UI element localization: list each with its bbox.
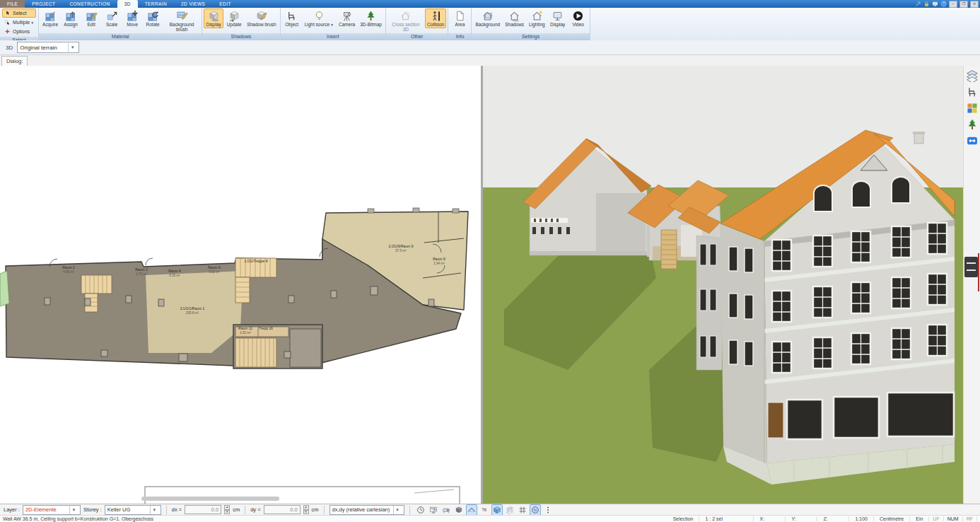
button-label: Background [475, 22, 500, 27]
dx-stepper[interactable]: ▲▼ [224, 505, 230, 514]
shadow-brush-button[interactable]: Shadow brush [245, 8, 279, 28]
dx-label: dx = [172, 506, 182, 513]
bgbrush-icon [176, 10, 188, 22]
toggle-num[interactable]: NUM [944, 516, 963, 521]
button-label: Scale [106, 22, 117, 27]
tree-icon[interactable] [966, 118, 979, 131]
ribbon-tab-file[interactable]: FILE [0, 0, 25, 8]
materials-icon[interactable] [966, 102, 979, 115]
ribbon-tab-terrain[interactable]: TERRAIN [138, 0, 174, 8]
edit-button[interactable]: Edit [81, 8, 101, 28]
edit-status-bar: Layer : 2D-Elemente ▼ Storey : Keller UG… [0, 504, 980, 515]
ribbon-group-select: SelectMultiple▼OptionsSelect [0, 8, 39, 40]
ribbon-group-label: Other [386, 33, 448, 40]
button-label: Camera [339, 22, 355, 27]
dx-input[interactable]: 0.0 [185, 505, 221, 514]
ribbon-group-label: Insert [281, 33, 385, 40]
select-button[interactable]: Select [2, 8, 36, 18]
isometric-icon[interactable] [491, 504, 503, 516]
toggle-rf[interactable]: RF [963, 516, 977, 521]
remote-icon[interactable] [966, 134, 979, 147]
tab-dialog[interactable]: Dialog: [1, 56, 28, 66]
ribbon-tab-construction[interactable]: CONSTRUCTION [62, 0, 117, 8]
doc-icon [454, 10, 466, 22]
houseshadow-icon [508, 10, 520, 22]
restore-button[interactable]: ❐ [959, 1, 968, 8]
render-icon[interactable] [428, 504, 439, 516]
floor-plan-drawing: Raum 24.99 m²Raum 31.73 m²Raum 45.35 m²R… [0, 66, 481, 504]
toggle-uf[interactable]: UF [929, 516, 943, 521]
cross-section-3d-button[interactable]: Cross section 3D [387, 8, 424, 33]
ribbon-tab-2d-views[interactable]: 2D VIEWS [174, 0, 212, 8]
button-label: Shadows [505, 22, 524, 27]
projector-icon[interactable] [441, 504, 452, 516]
storey-combo[interactable]: Keller UG ▼ [105, 505, 161, 515]
display-button[interactable]: Display [204, 8, 223, 28]
scale-button[interactable]: Scale [102, 8, 122, 28]
close-button[interactable]: ✕ [970, 1, 979, 8]
transparency-icon[interactable] [504, 504, 515, 516]
chevron-down-icon[interactable]: ▼ [69, 506, 78, 514]
grid-icon[interactable] [517, 504, 528, 516]
background-brush-button[interactable]: Background brush [163, 8, 200, 33]
time-icon[interactable] [415, 504, 426, 516]
dy-input[interactable]: 0.0 [264, 505, 301, 514]
acquire-button[interactable]: Acquire [40, 8, 60, 28]
ribbon-tab-edit[interactable]: EDIT [212, 0, 238, 8]
furniture-icon[interactable] [966, 86, 979, 98]
room-label: Raum 9 [433, 257, 445, 261]
north-icon[interactable]: N [530, 504, 541, 516]
display-button[interactable]: Display [548, 8, 568, 28]
button-label: Collision [427, 22, 445, 27]
vertical-scrollbar-thumb[interactable] [964, 257, 978, 277]
move-button[interactable]: Move [122, 8, 142, 28]
3d-viewport[interactable] [483, 66, 963, 504]
layers-icon[interactable] [966, 69, 979, 82]
options-button[interactable]: Options [2, 27, 36, 36]
lock-icon[interactable] [923, 1, 930, 7]
area-button[interactable]: Area [450, 8, 469, 28]
dy-unit: cm [312, 506, 319, 513]
lighting-button[interactable]: Lighting [527, 8, 547, 28]
plan-viewport[interactable]: Raum 24.99 m²Raum 31.73 m²Raum 45.35 m²R… [0, 66, 481, 504]
view-select-combo[interactable]: Original terrain ▼ [17, 42, 79, 53]
shadows-button[interactable]: Shadows [503, 8, 526, 28]
chevron-down-icon[interactable]: ▼ [393, 506, 402, 514]
object-button[interactable]: Object [282, 8, 302, 28]
coordinate-mode-combo[interactable]: dx,dy (relative cartesian) ▼ [329, 505, 404, 515]
rotate-button[interactable]: Rotate [143, 8, 163, 28]
3d-bitmap-button[interactable]: 3D-Bitmap [358, 8, 384, 28]
layer-combo[interactable]: 2D-Elemente ▼ [23, 505, 81, 515]
ribbon-group-label: Material [39, 33, 202, 40]
chevron-down-icon[interactable]: ▼ [68, 43, 76, 52]
camera-button[interactable]: Camera [337, 8, 357, 28]
monitor-icon[interactable] [932, 1, 938, 7]
layer-label: Layer : [4, 506, 20, 513]
help-icon[interactable]: ? [940, 1, 947, 7]
tools-icon[interactable] [915, 1, 921, 7]
dy-stepper[interactable]: ▲▼ [303, 505, 309, 514]
solid-icon[interactable] [453, 504, 465, 516]
roof-angle-icon[interactable] [466, 504, 477, 516]
video-button[interactable]: Video [568, 8, 588, 28]
multi-icon [4, 19, 11, 25]
light-source-button[interactable]: Light source▼ [303, 8, 336, 29]
collision-button[interactable]: Collision [425, 8, 447, 28]
update-button[interactable]: Update [224, 8, 244, 28]
ribbon-tab-3d[interactable]: 3D [117, 0, 138, 8]
chevron-down-icon[interactable]: ▼ [150, 506, 158, 514]
background-button[interactable]: Background [473, 8, 502, 28]
horizontal-scrollbar-thumb[interactable] [141, 497, 279, 501]
multiple-button[interactable]: Multiple▼ [2, 18, 36, 27]
drawing-scale: 1:100 [849, 516, 874, 521]
ribbon-group-label: Info [448, 33, 471, 40]
ribbon-tab-project[interactable]: PROJECT [25, 0, 62, 8]
assign-button[interactable]: Assign [61, 8, 81, 28]
room-label: 1.OG/Treppe 8 [244, 259, 267, 263]
dialog-tab-bar: Dialog: [0, 55, 980, 66]
chevron-down-icon: ▼ [30, 21, 34, 25]
button-label: Video [572, 22, 584, 27]
slope-percent-icon[interactable]: % [479, 504, 490, 516]
more-icon[interactable] [542, 504, 554, 516]
minimize-button[interactable]: – [949, 1, 957, 8]
